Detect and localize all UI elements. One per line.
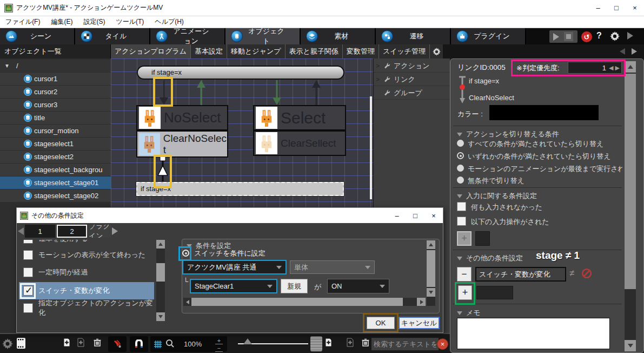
scope-dropdown-disabled[interactable]: 単体 bbox=[290, 260, 375, 274]
action-program-canvas[interactable]: if stage=x NoSelect Select ClearNoSelect… bbox=[111, 58, 373, 207]
checkbox[interactable] bbox=[23, 267, 33, 277]
scroll-down-button[interactable] bbox=[156, 312, 165, 321]
zoom-slider-handle[interactable] bbox=[243, 338, 252, 344]
node-clearselect[interactable]: ClearSellect bbox=[253, 130, 346, 156]
node-noselect[interactable]: NoSelect bbox=[136, 105, 228, 130]
checkbox[interactable] bbox=[23, 240, 33, 244]
zoom-in-stepper[interactable]: + bbox=[215, 337, 223, 344]
search-input[interactable] bbox=[371, 337, 439, 351]
snap-magnet-button[interactable] bbox=[130, 336, 148, 352]
play-icon[interactable] bbox=[553, 33, 559, 41]
link-arrow-up-green[interactable] bbox=[197, 80, 205, 105]
maximize-button[interactable]: □ bbox=[607, 1, 626, 16]
dialog-minimize-button[interactable]: – bbox=[388, 208, 406, 223]
ok-button[interactable]: OK bbox=[367, 317, 395, 329]
spinner-right-icon[interactable]: ▶ bbox=[615, 64, 620, 71]
node-type-group[interactable]: グループ bbox=[374, 87, 450, 100]
menu-edit[interactable]: 編集(E) bbox=[45, 17, 78, 27]
link-arrow-down-dark[interactable] bbox=[160, 80, 168, 105]
condition-motion-finished[interactable]: モーションの表示が全て終わった bbox=[19, 249, 154, 262]
radio-all-conditions[interactable] bbox=[457, 140, 464, 147]
dialog-maximize-button[interactable]: □ bbox=[406, 208, 424, 223]
object-item-stageselect2[interactable]: stageselect2 bbox=[0, 151, 111, 163]
tab-tile[interactable]: タイル bbox=[75, 28, 150, 44]
step-icon[interactable] bbox=[627, 32, 633, 40]
tab-object[interactable]: オブジェクト bbox=[225, 28, 301, 44]
scroll-left-button[interactable] bbox=[183, 298, 191, 306]
dialog-tab-plugin[interactable]: プラグイン bbox=[89, 225, 111, 238]
tab-display-parent[interactable]: 表示と親子関係 bbox=[286, 44, 343, 58]
checkbox[interactable] bbox=[23, 250, 33, 260]
switch-group-dropdown[interactable]: アクツクMV講座 共通 bbox=[182, 260, 287, 274]
remove-condition-button[interactable]: − bbox=[457, 267, 472, 282]
object-item-cursor3[interactable]: cursor3 bbox=[0, 99, 111, 111]
checkbox-no-input[interactable] bbox=[457, 202, 466, 211]
tab-scene[interactable]: シーン bbox=[0, 28, 75, 44]
panel-scrollbar-thumb[interactable] bbox=[625, 74, 636, 289]
tree-root-row[interactable]: ▼ / bbox=[0, 60, 111, 72]
object-item-cursor-motion[interactable]: cursor_motion bbox=[0, 125, 111, 137]
add-condition-button[interactable]: + bbox=[458, 285, 472, 300]
cancel-button[interactable]: キャンセル bbox=[399, 317, 440, 329]
scroll-down-button[interactable] bbox=[625, 340, 636, 351]
color-swatch[interactable] bbox=[489, 105, 599, 120]
node-if-stage-bottom-selected[interactable]: if stage=x bbox=[136, 182, 344, 196]
group-hscrollbar-track[interactable] bbox=[183, 298, 426, 306]
trash-icon[interactable] bbox=[93, 338, 102, 347]
object-item-stageselect-background[interactable]: stageselect_backgrou bbox=[0, 164, 111, 176]
menu-settings[interactable]: 設定(S) bbox=[78, 17, 110, 27]
condition-probability[interactable]: 確率を使用する bbox=[19, 240, 154, 245]
other-condition-item[interactable]: スイッチ・変数が変化 bbox=[475, 267, 566, 282]
section-memo[interactable]: メモ bbox=[457, 308, 481, 318]
tab-basic-settings[interactable]: 基本設定 bbox=[191, 44, 227, 58]
tree-expand-icon[interactable]: ▼ bbox=[4, 63, 10, 69]
canvas-vscrollbar[interactable] bbox=[370, 96, 372, 199]
condition-switch-variable-selected[interactable]: ✓ スイッチ・変数が変化 bbox=[19, 282, 154, 299]
minimize-button[interactable]: – bbox=[589, 1, 607, 16]
section-switch-conditions[interactable]: アクションを切り替える条件 bbox=[457, 129, 559, 139]
checkbox-input-done[interactable] bbox=[457, 217, 466, 226]
close-button[interactable]: × bbox=[626, 1, 644, 16]
dialog-tab-1[interactable]: 1 bbox=[25, 225, 55, 238]
expand-icon[interactable]: > bbox=[376, 62, 383, 70]
menu-file[interactable]: ファイル(F) bbox=[0, 17, 45, 27]
tab-material[interactable]: 素材 bbox=[301, 28, 376, 44]
new-switch-button[interactable]: 新規 bbox=[281, 279, 308, 293]
menu-help[interactable]: ヘルプ(H) bbox=[149, 17, 189, 27]
checkbox-checked[interactable]: ✓ bbox=[23, 286, 33, 296]
zoom-out-stepper[interactable]: − bbox=[215, 345, 223, 352]
link-arrow-down-green[interactable] bbox=[273, 80, 281, 105]
new-item-icon[interactable] bbox=[63, 338, 71, 348]
expand-icon[interactable]: > bbox=[376, 76, 383, 83]
object-item-stageselect-stage01[interactable]: stageselect_stage01 bbox=[0, 176, 111, 189]
object-item-stageselect1[interactable]: stageselect1 bbox=[0, 138, 111, 150]
scroll-down-button[interactable] bbox=[427, 288, 435, 297]
brush-tool-button[interactable] bbox=[108, 336, 127, 352]
memo-textarea[interactable] bbox=[457, 318, 610, 349]
tab-plugin[interactable]: プラグイン bbox=[451, 28, 526, 44]
reset-button[interactable]: ↺ bbox=[581, 31, 592, 42]
object-item-stageselect-stage02[interactable]: stageselect_stage02 bbox=[0, 189, 111, 202]
grid-icon[interactable] bbox=[154, 339, 162, 348]
magnifier-icon[interactable] bbox=[165, 339, 175, 348]
film-icon[interactable] bbox=[16, 337, 26, 349]
spinner-left-icon[interactable]: ◀ bbox=[609, 64, 613, 71]
node-type-link[interactable]: > リンク bbox=[374, 73, 450, 86]
condition-time-elapsed[interactable]: 一定時間が経過 bbox=[19, 266, 154, 279]
tab-transition[interactable]: 遷移 bbox=[376, 28, 451, 44]
tab-settings-gear[interactable] bbox=[430, 44, 443, 58]
group-vscrollbar-thumb[interactable] bbox=[427, 250, 435, 287]
tab-action-program[interactable]: アクションプログラム bbox=[111, 44, 191, 58]
tab-scroll-left-icon[interactable] bbox=[620, 48, 625, 55]
object-item-title[interactable]: title bbox=[0, 112, 111, 124]
radio-unconditional[interactable] bbox=[457, 176, 464, 184]
node-select[interactable]: Select bbox=[253, 105, 346, 130]
switch-state-dropdown[interactable]: ON bbox=[327, 279, 389, 293]
dialog-tab-scroll-left-icon[interactable] bbox=[18, 227, 24, 235]
dialog-tab-2[interactable]: 2 bbox=[57, 225, 87, 238]
scroll-up-button[interactable] bbox=[625, 61, 636, 73]
switch-name-dropdown[interactable]: StageClear1 bbox=[190, 279, 277, 293]
duplicate-icon[interactable] bbox=[346, 338, 354, 348]
priority-spinner[interactable]: 1 ◀ ▶ bbox=[568, 62, 622, 74]
tab-move-jump[interactable]: 移動とジャンプ bbox=[227, 44, 286, 58]
